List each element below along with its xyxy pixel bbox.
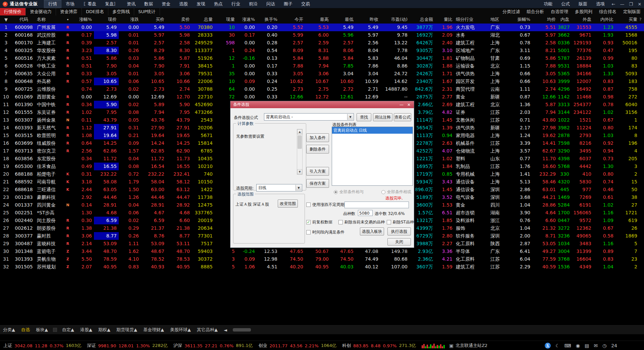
column-header-▼[interactable]: ▼ (0, 17, 12, 22)
column-header-•[interactable]: • (63, 17, 72, 22)
bottom-tab-期货现货▲[interactable]: 期货现货▲ (113, 327, 140, 333)
toolbar-link-定制版面[interactable]: 定制版面 (620, 9, 644, 15)
chevron-down-icon[interactable]: ▼ (296, 185, 302, 191)
close-icon[interactable]: ✕ (635, 2, 644, 7)
usage-note-button[interactable]: 用法注释 (373, 113, 392, 121)
add-condition-button[interactable]: 加入条件 (306, 133, 329, 142)
scroll-up-icon[interactable]: ▲ (297, 129, 302, 134)
bottom-tab-自定▲[interactable]: 自定▲ (59, 327, 77, 333)
menu-item-〖看盘[interactable]: 〖看盘 (79, 0, 101, 8)
table-row[interactable]: 4600325华发股份R3.238.300.268.298.3011337710… (0, 47, 644, 54)
column-header-市盈(动)[interactable]: 市盈(动) (380, 16, 410, 23)
toolbar-link-组合分析[interactable]: 组合分析 (523, 9, 547, 15)
menu-item-热点[interactable]: 热点 (210, 0, 227, 8)
table-row[interactable]: 3600170上海建工R0.392.570.012.572.5824952959… (0, 39, 644, 47)
column-header-内外比[interactable]: 内外比 (593, 16, 615, 23)
dialog-titlebar[interactable]: 条件选股 — ✕ (230, 101, 414, 108)
change-range-button[interactable]: 改变范围 (278, 200, 298, 208)
user-icon[interactable]: ◉ (576, 343, 580, 348)
bottom-tab-美股环球▲[interactable]: 美股环球▲ (167, 327, 194, 333)
chevron-down-icon[interactable]: ▼ (347, 114, 353, 120)
toolbar-tab-资金驱动力[interactable]: 资金驱动力 (26, 8, 56, 15)
toolbar-link-多股同列[interactable]: 多股同列 (572, 9, 596, 15)
variable-period-input[interactable] (344, 202, 409, 208)
column-header-总金额[interactable]: 总金额 (410, 16, 435, 23)
menu-item-市场[interactable]: 市场 (61, 0, 79, 8)
radio-all-and[interactable]: 全部条件相与 (334, 189, 364, 195)
menu-item-行情[interactable]: 行情 (44, 0, 61, 8)
column-header-量比[interactable]: 量比 (435, 16, 454, 23)
column-header-涨幅%[interactable]: 涨幅% (72, 16, 94, 23)
import-plan-button[interactable]: 引入方案 (306, 167, 329, 176)
minimize-icon[interactable]: — (618, 2, 627, 7)
pick-to-block-button[interactable]: 选股入板块 (360, 227, 384, 235)
tdx-cloud-icon[interactable]: 五 (545, 343, 551, 349)
column-header-现量[interactable]: 现量 (215, 16, 237, 23)
back-icon[interactable]: ← (609, 2, 618, 7)
formula-combobox[interactable]: 背离前启动点 - ▼ (264, 113, 354, 121)
column-header-代码[interactable]: 代码 (12, 16, 36, 23)
delete-condition-button[interactable]: 删除条件 (306, 145, 329, 154)
tab-scroll-left-icon[interactable]: ◄ (221, 327, 230, 333)
period-combobox[interactable]: 日线 ▼ (256, 184, 302, 191)
column-header-卖价[interactable]: 卖价 (166, 16, 192, 23)
find-button[interactable]: 查找 (357, 113, 371, 121)
mail-icon[interactable]: ✉ (594, 343, 598, 348)
column-header-买价[interactable]: 买价 (141, 16, 166, 23)
menu-item-版面[interactable]: 版面 (574, 0, 592, 8)
column-header-涨跌[interactable]: 涨跌 (119, 16, 141, 23)
index-创业[interactable]: 创业2011.7743.562.21%1064亿 (259, 343, 339, 349)
column-header-内盘[interactable]: 内盘 (558, 16, 571, 23)
condition-listbox[interactable]: 背离前启动点 日线 (332, 127, 413, 186)
menu-item-问达[interactable]: 问达 (262, 0, 279, 8)
moon-icon[interactable]: ☾ (555, 343, 560, 348)
toolbar-link-综合排名[interactable]: 综合排名 (596, 9, 620, 15)
toolbar-tab-资金博弈[interactable]: 资金博弈 (56, 8, 82, 15)
scroll-down-icon[interactable]: ▼ (297, 169, 302, 174)
clock-icon[interactable]: ◷ (602, 343, 606, 348)
menu-item-圈子[interactable]: 圈子 (279, 0, 297, 8)
toolbar-tab-行情报价[interactable]: 行情报价 (0, 8, 26, 15)
column-header-最高[interactable]: 最高 (305, 16, 331, 23)
symbol-count-input[interactable]: 5080 (358, 210, 373, 216)
condition-list-item[interactable]: 背离前启动点 日线 (332, 127, 413, 134)
toolbar-tab-SUP统计[interactable]: SUP统计 (134, 8, 160, 15)
scrollbar-thumb[interactable] (298, 135, 302, 149)
column-header-现价[interactable]: 现价 (94, 16, 119, 23)
index-上证[interactable]: 上证3042.0811.280.37%1603亿 (3, 343, 84, 349)
table-row[interactable]: 2600168武汉控股R0.175.980.015.975.9828333300… (0, 31, 644, 39)
view-formula-button[interactable]: 查看公式 (394, 113, 411, 121)
column-header-今开[interactable]: 今开 (279, 16, 305, 23)
radio-all-or[interactable]: 全部条件相或 (381, 189, 411, 195)
column-header-昨收[interactable]: 昨收 (356, 16, 380, 23)
bottom-tab-分类▲[interactable]: 分类▲ (0, 327, 18, 333)
column-header-振幅%[interactable]: 振幅% (511, 16, 532, 23)
menu-item-发现[interactable]: 发现 (192, 0, 210, 8)
bottom-tab-港股▲[interactable]: 港股▲ (77, 327, 95, 333)
menu-item-数据[interactable]: 数据 (140, 0, 157, 8)
menu-item-功能[interactable]: 功能 (539, 0, 557, 8)
toolbar-tab-多空阵线[interactable]: 多空阵线 (108, 8, 134, 15)
toolbar-link-自选管理[interactable]: 自选管理 (547, 9, 572, 15)
menu-item-资讯[interactable]: 资讯 (122, 0, 140, 8)
tab-separator-box[interactable] (53, 328, 57, 332)
menu-item-行业[interactable]: 行业 (227, 0, 245, 8)
table-row[interactable]: 10601069西部黄金R0.0012.690.0012.6912.702271… (0, 93, 644, 101)
checkbox-variable-period[interactable]: 使用涨跌不定周期 (306, 202, 344, 208)
execute-pick-button[interactable]: 执行选股 (387, 227, 411, 235)
checkbox-remove-st[interactable]: 剔除ST品种 (387, 219, 414, 225)
table-row[interactable]: 5600516方大炭素R0.515.860.035.865.875192612-… (0, 54, 644, 62)
table-row[interactable]: 30301348蓝箭电子Z3.4448.701.6248.6748.705940… (0, 248, 644, 255)
column-header-外盘[interactable]: 外盘 (571, 16, 593, 23)
horizontal-scrollbar-thumb[interactable] (233, 328, 251, 332)
table-row[interactable]: 32301505苏州规划Z2.0740.950.8340.9340.958885… (0, 263, 644, 271)
table-row[interactable]: 8600648外高桥R0.5710.650.0610.6510.66220061… (0, 78, 644, 85)
column-header-地区[interactable]: 地区 (489, 16, 511, 23)
column-header-总量[interactable]: 总量 (192, 16, 215, 23)
menu-item-复盘〗[interactable]: 复盘〗 (101, 0, 122, 8)
table-row[interactable]: 6600528中铁工业R0.517.900.047.907.913841510.… (0, 62, 644, 70)
restore-icon[interactable]: ❐ (627, 2, 635, 7)
save-plan-button[interactable]: 保存方案 (306, 179, 329, 188)
bottom-tab-期权▲[interactable]: 期权▲ (95, 327, 113, 333)
column-header-最低[interactable]: 最低 (331, 16, 356, 23)
